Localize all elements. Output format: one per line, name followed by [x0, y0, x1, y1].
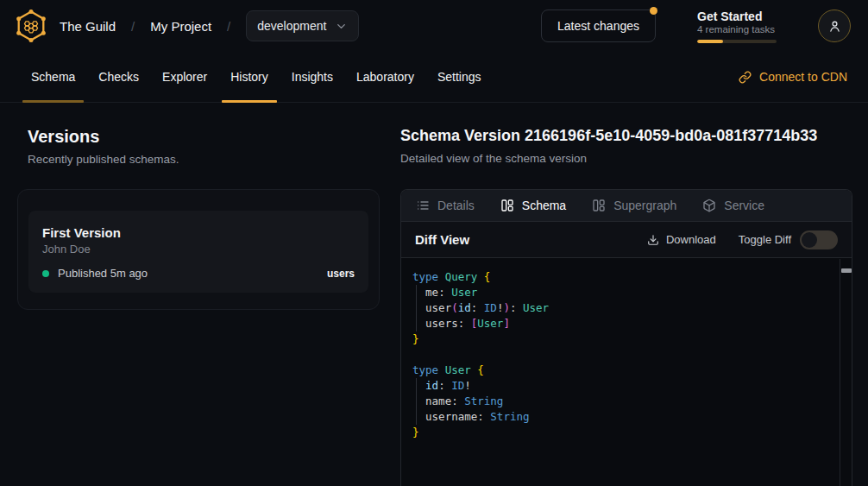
- project-nav: Schema Checks Explorer History Insights …: [0, 52, 868, 103]
- toggle-diff-knob: [802, 232, 817, 248]
- columns-icon: [500, 199, 514, 212]
- nav-tab-history[interactable]: History: [222, 52, 277, 102]
- get-started-title: Get Started: [697, 9, 777, 23]
- code-line: type Query {: [412, 269, 838, 285]
- code-scrollbar-thumb[interactable]: [841, 268, 852, 273]
- version-detail-panel: Details Schema: [400, 189, 852, 486]
- breadcrumb-separator: /: [227, 19, 230, 34]
- latest-changes-button[interactable]: Latest changes: [541, 9, 656, 42]
- top-header: The Guild / My Project / development Lat…: [0, 0, 868, 52]
- nav-tab-explorer[interactable]: Explorer: [154, 52, 216, 102]
- nav-tab-insights[interactable]: Insights: [283, 52, 342, 102]
- download-button[interactable]: Download: [647, 233, 716, 246]
- hive-logo-icon[interactable]: [14, 9, 48, 43]
- detail-tab-service[interactable]: Service: [702, 199, 764, 212]
- notification-dot: [650, 7, 657, 15]
- target-selector[interactable]: development: [246, 10, 359, 41]
- toggle-diff-label: Toggle Diff: [739, 233, 791, 246]
- breadcrumb: The Guild / My Project /: [60, 19, 230, 34]
- code-line: user(id: ID!): User: [412, 300, 838, 316]
- get-started-widget[interactable]: Get Started 4 remaining tasks: [697, 9, 777, 43]
- nav-tab-laboratory[interactable]: Laboratory: [348, 52, 423, 102]
- code-line: [412, 347, 838, 363]
- detail-tabs: Details Schema: [401, 190, 852, 222]
- user-avatar[interactable]: [818, 9, 851, 42]
- list-icon: [416, 199, 430, 212]
- latest-changes-label: Latest changes: [557, 19, 639, 33]
- detail-tab-details[interactable]: Details: [416, 199, 475, 212]
- nav-tab-schema[interactable]: Schema: [22, 52, 84, 102]
- person-icon: [827, 19, 842, 34]
- get-started-progressbar: [697, 40, 777, 43]
- schema-version-detail: Schema Version 2166196f-5e10-4059-bd0a-0…: [400, 104, 868, 486]
- chevron-down-icon: [335, 20, 348, 33]
- code-line: me: User: [412, 285, 838, 300]
- download-icon: [647, 234, 659, 246]
- schema-code-viewer: type Query { me: User user(id: ID!): Use…: [401, 257, 852, 486]
- app-window: The Guild / My Project / development Lat…: [0, 0, 868, 486]
- code-line: username: String: [412, 409, 838, 425]
- detail-tab-supergraph[interactable]: Supergraph: [592, 199, 676, 212]
- get-started-progress-fill: [697, 40, 723, 43]
- versions-subtitle: Recently published schemas.: [28, 153, 380, 166]
- version-list-item[interactable]: First Version John Doe Published 5m ago …: [28, 211, 368, 293]
- breadcrumb-separator: /: [131, 19, 135, 34]
- version-author: John Doe: [42, 243, 355, 256]
- code-content: type Query { me: User user(id: ID!): Use…: [412, 269, 838, 440]
- breadcrumb-org[interactable]: The Guild: [60, 19, 116, 34]
- published-status-dot: [42, 270, 49, 277]
- code-line: }: [412, 331, 838, 347]
- code-line: id: ID!: [412, 378, 838, 394]
- version-status: Published 5m ago: [58, 267, 148, 280]
- version-name: First Version: [42, 225, 355, 240]
- connect-to-cdn-link[interactable]: Connect to CDN: [739, 52, 847, 102]
- detail-tab-schema[interactable]: Schema: [500, 199, 566, 212]
- schema-version-subtitle: Detailed view of the schema version: [400, 152, 852, 165]
- target-selector-value: development: [257, 19, 326, 33]
- nav-tab-settings[interactable]: Settings: [429, 52, 490, 102]
- service-badge: users: [327, 268, 355, 280]
- schema-version-title: Schema Version 2166196f-5e10-4059-bd0a-0…: [400, 127, 852, 145]
- versions-panel: Versions Recently published schemas. Fir…: [0, 104, 400, 486]
- get-started-subtitle: 4 remaining tasks: [697, 24, 777, 35]
- header-right: Latest changes Get Started 4 remaining t…: [541, 9, 851, 43]
- breadcrumb-project[interactable]: My Project: [150, 19, 211, 34]
- diff-view-header: Diff View Download Toggle Diff: [401, 222, 852, 257]
- code-line: users: [User]: [412, 316, 838, 331]
- toggle-diff-switch[interactable]: [800, 230, 838, 249]
- main-content: Versions Recently published schemas. Fir…: [0, 104, 868, 486]
- diff-view-title: Diff View: [415, 232, 469, 247]
- code-line: name: String: [412, 394, 838, 409]
- code-scrollbar[interactable]: [840, 259, 852, 486]
- nav-tabs: Schema Checks Explorer History Insights …: [22, 52, 490, 102]
- versions-list: First Version John Doe Published 5m ago …: [17, 189, 380, 310]
- link-icon: [739, 71, 752, 84]
- cube-icon: [702, 199, 716, 212]
- versions-title: Versions: [28, 127, 380, 147]
- code-line: type User {: [412, 363, 838, 378]
- columns-icon: [592, 199, 606, 212]
- connect-to-cdn-label: Connect to CDN: [759, 70, 847, 84]
- nav-tab-checks[interactable]: Checks: [90, 52, 148, 102]
- code-line: }: [412, 425, 838, 440]
